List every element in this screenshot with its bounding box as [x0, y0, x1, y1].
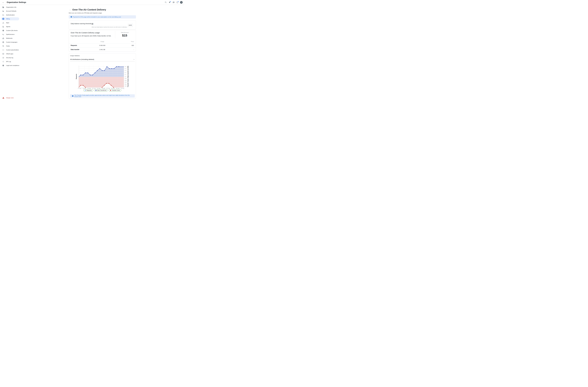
global-back-button[interactable]: ← — [2, 1, 5, 4]
sidebar-item-billing[interactable]: $ Billing — [1, 17, 19, 20]
page-back-button[interactable]: ← — [69, 8, 72, 11]
person-gear-icon — [2, 10, 4, 12]
usage-card: Over-The-Air Content Delivery usage If y… — [69, 30, 136, 51]
notifications-bell-icon[interactable] — [168, 1, 171, 3]
sidebar-item-custom-qa-checks[interactable]: Custom QA checks — [1, 29, 31, 32]
svg-text:0.4: 0.4 — [125, 68, 126, 69]
usage-statistics-title: Usage Statistics — [70, 55, 80, 56]
save-button[interactable]: SAVE — [128, 23, 133, 27]
usage-chart-svg: 17 aug18 aug19 aug20 aug21 aug23 aug23 a… — [75, 65, 129, 89]
row-usage: 5 000 000 — [92, 45, 113, 46]
legend-requests[interactable]: Requests — [83, 89, 93, 91]
help-icon[interactable]: ? — [176, 1, 179, 3]
sidebar-item-organization-info[interactable]: Organization info — [1, 6, 31, 9]
settings-sidebar: Organization info Account Defaults Authe… — [0, 5, 32, 100]
download-icon — [2, 22, 4, 24]
total-amount-value: $15 — [115, 34, 134, 37]
sidebar-item-label: Apps — [6, 22, 9, 23]
total-amount-block: Total Amount $15 — [115, 30, 134, 37]
banner-text: The Transfer Costs graph provides approx… — [74, 94, 133, 97]
distribution-select[interactable]: All distributions (including deleted) ▼ — [70, 58, 135, 61]
sidebar-item-label: Custom QA checks — [6, 30, 18, 31]
sidebar-item-oauth-apps[interactable]: OAuth apps — [1, 52, 31, 55]
row-price: - — [113, 49, 134, 50]
sidebar-item-label: OAuth apps — [6, 53, 13, 54]
banner-text: Payment for OTA usage will be included i… — [73, 16, 121, 18]
sidebar-item-label: Custom languages — [6, 42, 17, 43]
svg-text:20 aug: 20 aug — [92, 88, 96, 89]
svg-text:0.5: 0.5 — [125, 66, 126, 67]
svg-text:18 aug: 18 aug — [83, 88, 86, 89]
sidebar-item-fields[interactable]: Fields — [1, 45, 31, 47]
sidebar-item-label: API Log — [6, 61, 11, 62]
sidebar-item-webhooks[interactable]: Webhooks — [1, 37, 31, 40]
sidebar-item-agents[interactable]: Agents — [1, 25, 31, 28]
distribution-select-value: All distributions (including deleted) — [70, 59, 94, 60]
column-usage: Usage — [92, 41, 113, 42]
sidebar-item-label: Spellcheckers — [6, 34, 15, 35]
threshold-helper-text: When your daily balance reaches this amo… — [92, 27, 127, 28]
svg-text:24 aug: 24 aug — [111, 88, 115, 89]
spellcheck-icon: A — [2, 34, 4, 35]
svg-text:26 aug: 26 aug — [121, 88, 124, 89]
svg-text:$0.1: $0.1 — [125, 78, 127, 79]
threshold-input[interactable] — [92, 22, 126, 26]
info-icon: i — [71, 16, 72, 18]
key-icon — [2, 14, 4, 16]
sidebar-item-authentication[interactable]: Authentication — [1, 13, 31, 17]
sidebar-item-label: Agents — [6, 26, 10, 27]
user-avatar[interactable]: J — [180, 1, 183, 4]
search-icon[interactable] — [165, 1, 167, 3]
table-row: Data transfer 2.441 GB - — [69, 47, 136, 51]
page-subtitle: Here you can review you OTA data and req… — [69, 12, 102, 14]
legend-label: Transfer Costs — [112, 90, 120, 91]
danger-zone-link[interactable]: Danger zone — [0, 97, 14, 99]
sidebar-item-apps[interactable]: Apps — [1, 21, 31, 24]
page-title: Over-The-Air Content Delivery — [72, 8, 106, 11]
legend-data-transferred[interactable]: Data Transferred — [94, 89, 108, 91]
row-name: Requests — [71, 45, 92, 46]
topbar-actions: ? J — [165, 1, 183, 4]
chat-icon[interactable] — [172, 1, 175, 3]
svg-text:0.2: 0.2 — [125, 72, 126, 73]
api-log-icon — [2, 61, 4, 63]
total-amount-label: Total Amount — [115, 32, 134, 33]
sidebar-item-security-log[interactable]: Security log — [1, 56, 31, 59]
legend-transfer-costs[interactable]: Transfer Costs — [109, 89, 121, 91]
danger-zone-label: Danger zone — [6, 97, 14, 98]
svg-text:Requests: Requests — [76, 74, 77, 79]
table-row: Requests 5 000 000 $15 — [69, 44, 136, 47]
legend-dot-requests — [85, 90, 86, 91]
sidebar-item-custom-languages[interactable]: Custom languages — [1, 41, 31, 44]
sidebar-item-label: Authentication — [6, 14, 15, 16]
sidebar-item-label: Webhooks — [6, 38, 12, 39]
app-title: Organization Settings — [7, 1, 26, 3]
svg-text:21 aug: 21 aug — [97, 88, 100, 89]
column-price: Price — [113, 41, 134, 42]
threshold-card: Daily balance warning threshold, $ When … — [69, 20, 136, 29]
sidebar-item-custom-placeholders[interactable]: Custom placeholders — [1, 48, 31, 51]
usage-statistics-card: Usage Statistics All distributions (incl… — [69, 53, 136, 99]
sidebar-item-label: Fields — [6, 45, 10, 47]
sidebar-item-label: Account Defaults — [6, 10, 16, 12]
building-icon — [2, 6, 4, 8]
svg-text:25 aug: 25 aug — [116, 88, 119, 89]
fields-icon — [2, 45, 4, 47]
ota-billing-info-banner: i Payment for OTA usage will be included… — [69, 15, 136, 19]
legend-dot-transfer-costs — [110, 90, 111, 91]
sidebar-item-api-log[interactable]: API Log — [1, 60, 31, 63]
svg-text:$0.3: $0.3 — [125, 82, 127, 83]
sidebar-item-label: Billing — [6, 18, 10, 20]
globe-icon — [2, 41, 4, 43]
sidebar-item-spellcheckers[interactable]: A Spellcheckers — [1, 33, 31, 36]
sidebar-item-account-defaults[interactable]: Account Defaults — [1, 10, 31, 13]
sidebar-item-label: Organization info — [6, 6, 16, 8]
row-usage: 2.441 GB — [92, 49, 113, 50]
sidebar-item-legal-and-compliance[interactable]: Legal and compliance — [1, 64, 31, 67]
oauth-cloud-icon — [2, 53, 4, 55]
svg-text:?: ? — [177, 2, 178, 3]
legend-label: Data Transferred — [97, 90, 106, 91]
warning-triangle-icon — [2, 97, 4, 99]
svg-text:23 aug: 23 aug — [102, 88, 105, 89]
transfer-costs-info-banner: i The Transfer Costs graph provides appr… — [70, 94, 135, 98]
